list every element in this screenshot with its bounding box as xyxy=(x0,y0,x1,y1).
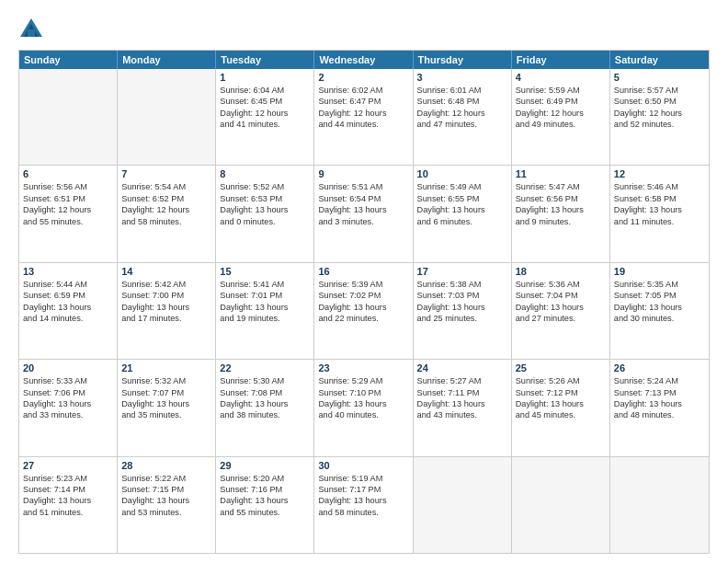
cell-text: and 45 minutes. xyxy=(516,409,606,420)
cell-text: Sunrise: 5:38 AM xyxy=(417,279,507,290)
calendar-cell-9: 9Sunrise: 5:51 AMSunset: 6:54 PMDaylight… xyxy=(314,166,413,261)
header-day-sunday: Sunday xyxy=(19,51,118,69)
cell-text: Sunset: 6:54 PM xyxy=(318,193,408,204)
cell-text: Sunset: 6:53 PM xyxy=(220,193,310,204)
calendar-cell-1: 1Sunrise: 6:04 AMSunset: 6:45 PMDaylight… xyxy=(216,69,314,165)
cell-text: and 43 minutes. xyxy=(417,409,507,420)
cell-text: Daylight: 13 hours xyxy=(417,398,507,409)
cell-text: Sunrise: 5:39 AM xyxy=(318,279,408,290)
cell-text: Sunrise: 5:57 AM xyxy=(614,85,705,96)
cell-text: Sunset: 6:56 PM xyxy=(516,193,606,204)
cell-text: and 33 minutes. xyxy=(23,409,113,420)
cell-text: Sunset: 7:16 PM xyxy=(220,484,310,495)
header-day-monday: Monday xyxy=(118,51,216,69)
calendar-cell-23: 23Sunrise: 5:29 AMSunset: 7:10 PMDayligh… xyxy=(314,360,413,455)
cell-text: Sunset: 6:51 PM xyxy=(23,193,113,204)
cell-text: Sunrise: 5:51 AM xyxy=(318,181,408,192)
calendar-cell-14: 14Sunrise: 5:42 AMSunset: 7:00 PMDayligh… xyxy=(118,263,216,359)
cell-text: Sunset: 6:52 PM xyxy=(121,193,211,204)
cell-text: Daylight: 13 hours xyxy=(318,495,408,506)
cell-text: Sunset: 6:58 PM xyxy=(614,193,705,204)
logo-icon xyxy=(18,17,44,42)
day-number: 11 xyxy=(516,168,606,179)
cell-text: Sunset: 6:49 PM xyxy=(516,96,606,107)
calendar-cell-20: 20Sunrise: 5:33 AMSunset: 7:06 PMDayligh… xyxy=(19,360,118,455)
cell-text: Sunset: 7:15 PM xyxy=(121,484,211,495)
calendar-cell-16: 16Sunrise: 5:39 AMSunset: 7:02 PMDayligh… xyxy=(314,263,413,359)
cell-text: Sunrise: 5:22 AM xyxy=(121,473,211,484)
cell-text: Sunset: 7:14 PM xyxy=(23,484,113,495)
cell-text: Sunrise: 5:49 AM xyxy=(417,181,507,192)
calendar-cell-5: 5Sunrise: 5:57 AMSunset: 6:50 PMDaylight… xyxy=(610,69,709,165)
cell-text: and 55 minutes. xyxy=(220,507,310,518)
cell-text: Daylight: 13 hours xyxy=(318,398,408,409)
cell-text: and 3 minutes. xyxy=(318,216,408,227)
cell-text: Sunset: 6:59 PM xyxy=(23,290,113,301)
cell-text: Sunrise: 5:26 AM xyxy=(516,375,606,386)
cell-text: and 44 minutes. xyxy=(318,119,408,130)
day-number: 3 xyxy=(417,72,507,83)
cell-text: Sunrise: 5:23 AM xyxy=(23,473,113,484)
cell-text: Daylight: 13 hours xyxy=(614,398,705,409)
cell-text: Sunset: 6:55 PM xyxy=(417,193,507,204)
calendar-cell-28: 28Sunrise: 5:22 AMSunset: 7:15 PMDayligh… xyxy=(118,457,216,553)
day-number: 25 xyxy=(516,362,606,373)
calendar-cell-25: 25Sunrise: 5:26 AMSunset: 7:12 PMDayligh… xyxy=(512,360,610,455)
cell-text: and 55 minutes. xyxy=(23,216,113,227)
cell-text: Sunset: 6:47 PM xyxy=(318,96,408,107)
calendar-cell-24: 24Sunrise: 5:27 AMSunset: 7:11 PMDayligh… xyxy=(414,360,512,455)
cell-text: Daylight: 13 hours xyxy=(220,398,310,409)
calendar-cell-11: 11Sunrise: 5:47 AMSunset: 6:56 PMDayligh… xyxy=(512,166,610,261)
cell-text: Daylight: 12 hours xyxy=(516,108,606,119)
calendar-cell-empty-4-5 xyxy=(512,457,610,553)
cell-text: and 51 minutes. xyxy=(23,507,113,518)
cell-text: Daylight: 12 hours xyxy=(614,108,705,119)
calendar-row-2: 13Sunrise: 5:44 AMSunset: 6:59 PMDayligh… xyxy=(19,262,709,359)
header xyxy=(18,17,710,42)
header-day-wednesday: Wednesday xyxy=(314,51,413,69)
cell-text: and 27 minutes. xyxy=(516,313,606,324)
cell-text: and 48 minutes. xyxy=(614,409,705,420)
cell-text: Daylight: 13 hours xyxy=(23,495,113,506)
calendar-cell-19: 19Sunrise: 5:35 AMSunset: 7:05 PMDayligh… xyxy=(610,263,709,359)
cell-text: Sunrise: 5:46 AM xyxy=(614,181,705,192)
day-number: 30 xyxy=(318,460,408,471)
day-number: 8 xyxy=(220,168,310,179)
day-number: 10 xyxy=(417,168,507,179)
day-number: 1 xyxy=(220,72,310,83)
cell-text: Daylight: 13 hours xyxy=(23,398,113,409)
cell-text: Sunrise: 6:01 AM xyxy=(417,85,507,96)
day-number: 18 xyxy=(516,266,606,277)
cell-text: Sunrise: 5:41 AM xyxy=(220,279,310,290)
day-number: 26 xyxy=(614,362,705,373)
cell-text: Sunrise: 5:33 AM xyxy=(23,375,113,386)
cell-text: Sunset: 7:05 PM xyxy=(614,290,705,301)
cell-text: and 6 minutes. xyxy=(417,216,507,227)
cell-text: Sunset: 7:06 PM xyxy=(23,387,113,398)
calendar-header: SundayMondayTuesdayWednesdayThursdayFrid… xyxy=(19,51,709,69)
calendar-cell-13: 13Sunrise: 5:44 AMSunset: 6:59 PMDayligh… xyxy=(19,263,118,359)
cell-text: Sunrise: 5:19 AM xyxy=(318,473,408,484)
day-number: 28 xyxy=(121,460,211,471)
cell-text: Sunset: 7:01 PM xyxy=(220,290,310,301)
calendar-cell-empty-4-4 xyxy=(414,457,512,553)
calendar-cell-22: 22Sunrise: 5:30 AMSunset: 7:08 PMDayligh… xyxy=(216,360,314,455)
cell-text: Sunset: 6:45 PM xyxy=(220,96,310,107)
cell-text: Sunset: 7:04 PM xyxy=(516,290,606,301)
cell-text: and 30 minutes. xyxy=(614,313,705,324)
cell-text: Sunrise: 5:29 AM xyxy=(318,375,408,386)
logo xyxy=(18,17,48,42)
calendar-cell-empty-0-1 xyxy=(118,69,216,165)
cell-text: and 25 minutes. xyxy=(417,313,507,324)
cell-text: Sunrise: 5:24 AM xyxy=(614,375,705,386)
calendar-cell-21: 21Sunrise: 5:32 AMSunset: 7:07 PMDayligh… xyxy=(118,360,216,455)
cell-text: Daylight: 13 hours xyxy=(220,495,310,506)
calendar-cell-3: 3Sunrise: 6:01 AMSunset: 6:48 PMDaylight… xyxy=(414,69,512,165)
cell-text: Sunset: 6:50 PM xyxy=(614,96,705,107)
cell-text: Sunrise: 5:20 AM xyxy=(220,473,310,484)
cell-text: and 38 minutes. xyxy=(220,409,310,420)
cell-text: Daylight: 12 hours xyxy=(121,204,211,215)
cell-text: and 35 minutes. xyxy=(121,409,211,420)
cell-text: and 41 minutes. xyxy=(220,119,310,130)
header-day-tuesday: Tuesday xyxy=(216,51,314,69)
